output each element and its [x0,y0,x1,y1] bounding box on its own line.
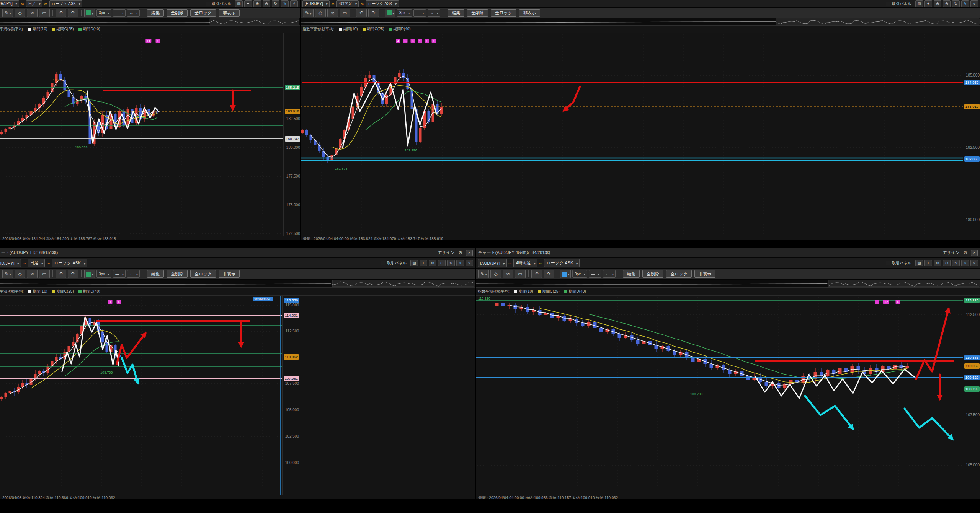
undo-icon[interactable]: ↶ [356,9,367,17]
trendline-tool[interactable]: ≋ [503,270,513,278]
undo-icon[interactable]: ↶ [56,9,66,17]
arrow-style-select[interactable]: ↔ [127,270,140,278]
chart-plot[interactable]: 185.000184.939183.919182.500182.063180.0… [301,33,980,236]
timeframe-select[interactable]: 4時間足 [336,0,359,7]
line-style-select[interactable]: — [113,9,126,17]
arrow-style-select[interactable]: ↔ [603,270,616,278]
color-picker[interactable] [84,270,95,278]
link-icon[interactable]: ∞ [44,2,47,6]
trendline-tool[interactable]: ≋ [27,270,38,278]
trendline-tool[interactable]: ≋ [27,9,38,17]
timeframe-select[interactable]: 日足 [28,259,45,267]
eraser-tool[interactable]: ◇ [15,270,25,278]
link-icon[interactable]: ∞ [361,2,364,6]
hide-button[interactable]: 非表示 [519,9,540,17]
pair-select[interactable]: [AUD/JPY] [0,259,21,267]
edit-button[interactable]: 編集 [448,9,464,17]
edit-button[interactable]: 編集 [623,270,640,278]
pencil-tool[interactable]: ✎ [2,9,13,17]
chart-navigator[interactable] [0,18,300,26]
link-icon[interactable]: ∞ [332,2,335,6]
zoom-in-icon[interactable]: ⊕ [429,260,436,266]
line-width-select[interactable]: 3px [96,270,111,278]
line-style-select[interactable]: — [413,9,426,17]
zoom-in-icon[interactable]: ⊕ [934,0,941,7]
delete-all-button[interactable]: 全削除 [467,9,488,17]
redo-icon[interactable]: ↷ [544,270,554,278]
line-style-select[interactable]: — [589,270,601,278]
timeframe-select[interactable]: 日足 [26,0,42,7]
chart-plot[interactable]: 185.215183.918182.500180.747180.000177.5… [0,33,300,236]
ruler-icon[interactable]: √ [970,0,978,7]
ruler-icon[interactable]: √ [290,0,298,7]
trade-panel-checkbox[interactable]: 取引パネル [381,261,407,266]
eraser-tool[interactable]: ◇ [15,9,25,17]
color-picker[interactable] [560,270,571,278]
zoom-out-icon[interactable]: ⊖ [943,260,951,266]
pair-select[interactable]: [AUD/JPY] [478,259,507,267]
auto-scroll-icon[interactable]: ▨ [915,260,923,266]
delete-all-button[interactable]: 全削除 [167,270,188,278]
lock-all-button[interactable]: 全ロック [491,9,516,17]
redo-icon[interactable]: ↷ [68,270,78,278]
crosshair-icon[interactable]: + [924,260,932,266]
line-width-select[interactable]: 3px [572,270,587,278]
chart-navigator[interactable] [301,18,980,26]
auto-scroll-icon[interactable]: ▨ [235,0,243,7]
pen-icon[interactable]: ✎ [456,260,464,266]
ruler-icon[interactable]: √ [970,260,978,266]
trade-panel-checkbox[interactable]: 取引パネル [206,1,231,7]
link-icon[interactable]: ∞ [21,2,24,6]
candle-type-select[interactable]: ローソク ASK [52,259,87,267]
text-box-tool[interactable]: ▭ [39,270,50,278]
hide-button[interactable]: 非表示 [694,270,715,278]
line-style-select[interactable]: — [113,270,126,278]
link-icon[interactable]: ∞ [47,261,50,265]
gear-icon[interactable]: ⚙ [458,250,462,256]
link-icon[interactable]: ∞ [23,261,26,265]
ruler-icon[interactable]: √ [466,260,473,266]
chart-navigator[interactable] [476,280,980,288]
lock-all-button[interactable]: 全ロック [190,9,216,17]
close-icon[interactable]: × [466,250,473,256]
refresh-icon[interactable]: ↻ [272,0,279,7]
trade-panel-checkbox[interactable]: 取引パネル [886,261,911,266]
undo-icon[interactable]: ↶ [56,270,66,278]
gear-icon[interactable]: ⚙ [963,250,967,256]
eraser-tool[interactable]: ◇ [315,9,326,17]
link-icon[interactable]: ∞ [539,261,542,265]
zoom-in-icon[interactable]: ⊕ [934,260,941,266]
candle-type-select[interactable]: ローソク ASK [544,259,580,267]
refresh-icon[interactable]: ↻ [952,0,960,7]
auto-scroll-icon[interactable]: ▨ [915,0,923,7]
auto-scroll-icon[interactable]: ▨ [410,260,418,266]
pencil-tool[interactable]: ✎ [2,270,13,278]
pen-icon[interactable]: ✎ [961,0,969,7]
candle-type-select[interactable]: ローソク ASK [366,0,399,7]
arrow-style-select[interactable]: ↔ [428,9,440,17]
zoom-out-icon[interactable]: ⊖ [438,260,446,266]
undo-icon[interactable]: ↶ [531,270,542,278]
text-box-tool[interactable]: ▭ [39,9,50,17]
chart-plot[interactable]: 115.536115.000114.001112.500110.062107.9… [0,295,475,495]
link-icon[interactable]: ∞ [509,261,512,265]
pen-icon[interactable]: ✎ [961,260,969,266]
delete-all-button[interactable]: 全削除 [642,270,663,278]
crosshair-icon[interactable]: + [244,0,252,7]
zoom-in-icon[interactable]: ⊕ [253,0,261,7]
crosshair-icon[interactable]: + [420,260,427,266]
edit-button[interactable]: 編集 [147,9,164,17]
trendline-tool[interactable]: ≋ [327,9,338,17]
line-width-select[interactable]: 3px [397,9,412,17]
pen-icon[interactable]: ✎ [281,0,289,7]
zoom-out-icon[interactable]: ⊖ [263,0,270,7]
edit-button[interactable]: 編集 [147,270,164,278]
redo-icon[interactable]: ↷ [68,9,78,17]
text-box-tool[interactable]: ▭ [340,9,350,17]
redo-icon[interactable]: ↷ [368,9,379,17]
zoom-out-icon[interactable]: ⊖ [943,0,951,7]
text-box-tool[interactable]: ▭ [515,270,526,278]
pair-select[interactable]: [EUR/JPY] [302,0,330,7]
chart-navigator[interactable] [0,280,475,288]
candle-type-select[interactable]: ローソク ASK [49,0,83,7]
